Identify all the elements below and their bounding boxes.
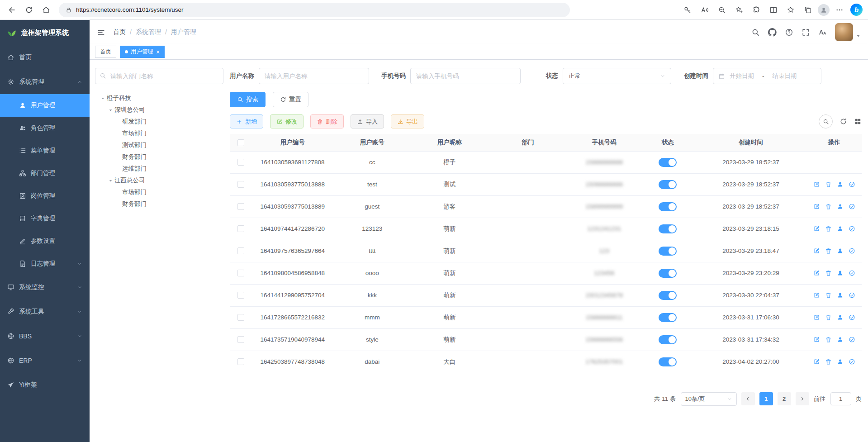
username-input[interactable] (259, 68, 369, 84)
avatar-caret-down-icon[interactable] (856, 33, 861, 38)
sidebar-item-log-mgmt[interactable]: 日志管理 (0, 252, 90, 275)
sidebar-item-post-mgmt[interactable]: 岗位管理 (0, 185, 90, 207)
status-toggle[interactable] (659, 158, 677, 167)
row-delete-icon[interactable] (825, 358, 832, 365)
row-edit-icon[interactable] (813, 336, 820, 343)
row-checkbox[interactable] (237, 181, 244, 188)
row-reset-password-icon[interactable] (837, 270, 844, 276)
extensions-icon[interactable] (748, 2, 764, 18)
sidebar-item-menu-mgmt[interactable]: 菜单管理 (0, 139, 90, 162)
password-key-icon[interactable] (679, 2, 696, 18)
tree-node-6[interactable]: 运维部门 (95, 163, 223, 175)
sidebar-item-param-settings[interactable]: 参数设置 (0, 230, 90, 252)
status-select[interactable]: 正常 (563, 68, 671, 84)
status-toggle[interactable] (659, 313, 677, 322)
tree-node-5[interactable]: 财务部门 (95, 151, 223, 163)
row-assign-role-icon[interactable] (849, 203, 855, 210)
row-delete-icon[interactable] (825, 225, 832, 232)
row-edit-icon[interactable] (813, 181, 820, 188)
phone-input[interactable] (410, 68, 521, 84)
row-assign-role-icon[interactable] (849, 336, 855, 343)
row-checkbox[interactable] (237, 292, 244, 299)
sidebar-item-bbs[interactable]: BBS (0, 324, 90, 348)
collections-icon[interactable] (800, 2, 816, 18)
user-avatar[interactable] (835, 23, 853, 41)
status-toggle[interactable] (659, 202, 677, 211)
edit-button[interactable]: 修改 (270, 114, 304, 128)
row-delete-icon[interactable] (825, 181, 832, 188)
status-toggle[interactable] (659, 335, 677, 344)
status-toggle[interactable] (659, 247, 677, 256)
row-reset-password-icon[interactable] (837, 314, 844, 321)
row-edit-icon[interactable] (813, 270, 820, 276)
row-reset-password-icon[interactable] (837, 225, 844, 232)
sidebar-item-dict-mgmt[interactable]: 字典管理 (0, 207, 90, 230)
row-checkbox[interactable] (237, 159, 244, 166)
font-size-icon[interactable] (815, 24, 830, 40)
caret-down-icon[interactable] (99, 96, 107, 101)
sidebar-item-user-mgmt[interactable]: 用户管理 (0, 94, 90, 117)
row-reset-password-icon[interactable] (837, 181, 844, 188)
row-edit-icon[interactable] (813, 292, 820, 299)
tab-home[interactable]: 首页 (95, 46, 116, 58)
sidebar-item-system-tools[interactable]: 系统工具 (0, 299, 90, 324)
status-toggle[interactable] (659, 224, 677, 233)
add-favorites-icon[interactable] (731, 2, 747, 18)
row-edit-icon[interactable] (813, 225, 820, 232)
tree-node-1[interactable]: 深圳总公司 (95, 104, 223, 116)
toggle-search-icon[interactable] (819, 114, 833, 128)
breadcrumb-item[interactable]: 用户管理 (171, 28, 196, 36)
tree-node-3[interactable]: 市场部门 (95, 128, 223, 139)
header-search-icon[interactable] (748, 24, 763, 40)
tree-node-2[interactable]: 研发部门 (95, 116, 223, 128)
row-reset-password-icon[interactable] (837, 336, 844, 343)
read-aloud-icon[interactable] (697, 2, 713, 18)
caret-down-icon[interactable] (106, 108, 114, 113)
page-button-2[interactable]: 2 (778, 392, 791, 405)
row-assign-role-icon[interactable] (849, 181, 855, 188)
tree-node-4[interactable]: 测试部门 (95, 139, 223, 151)
back-icon[interactable] (4, 2, 20, 18)
select-all-checkbox[interactable] (237, 139, 244, 146)
breadcrumb-item[interactable]: 首页 (113, 28, 126, 36)
department-search-input[interactable] (95, 68, 223, 84)
caret-down-icon[interactable] (106, 178, 114, 183)
split-screen-icon[interactable] (765, 2, 782, 18)
row-reset-password-icon[interactable] (837, 247, 844, 254)
row-edit-icon[interactable] (813, 247, 820, 254)
status-toggle[interactable] (659, 180, 677, 189)
column-settings-icon[interactable] (854, 118, 862, 125)
row-assign-role-icon[interactable] (849, 314, 855, 321)
page-button-1[interactable]: 1 (759, 392, 773, 405)
sidebar-item-dept-mgmt[interactable]: 部门管理 (0, 162, 90, 185)
row-assign-role-icon[interactable] (849, 358, 855, 365)
copilot-icon[interactable]: b (850, 4, 863, 16)
sidebar-item-system-monitor[interactable]: 系统监控 (0, 275, 90, 299)
row-checkbox[interactable] (237, 225, 244, 232)
favorites-icon[interactable] (783, 2, 799, 18)
row-assign-role-icon[interactable] (849, 225, 855, 232)
address-bar[interactable]: https://ccnetcore.com:1101/system/user (59, 3, 570, 17)
row-reset-password-icon[interactable] (837, 358, 844, 365)
goto-page-input[interactable] (830, 392, 851, 405)
row-checkbox[interactable] (237, 314, 244, 321)
date-range-picker[interactable]: 开始日期 - 结束日期 (713, 68, 821, 84)
row-checkbox[interactable] (237, 270, 244, 276)
import-button[interactable]: 导入 (351, 114, 384, 128)
status-toggle[interactable] (659, 291, 677, 300)
browser-profile-avatar[interactable] (817, 2, 830, 18)
row-delete-icon[interactable] (825, 336, 832, 343)
row-edit-icon[interactable] (813, 314, 820, 321)
tab-user-mgmt[interactable]: 用户管理× (120, 46, 165, 58)
row-assign-role-icon[interactable] (849, 292, 855, 299)
row-assign-role-icon[interactable] (849, 247, 855, 254)
status-toggle[interactable] (659, 269, 677, 278)
collapse-sidebar-icon[interactable] (93, 24, 109, 40)
sidebar-item-role-mgmt[interactable]: 角色管理 (0, 117, 90, 139)
row-reset-password-icon[interactable] (837, 292, 844, 299)
sidebar-item-system-mgmt[interactable]: 系统管理 (0, 70, 90, 94)
tree-node-9[interactable]: 财务部门 (95, 198, 223, 210)
close-icon[interactable]: × (156, 49, 160, 55)
row-assign-role-icon[interactable] (849, 270, 855, 276)
prev-page-button[interactable] (741, 392, 755, 405)
